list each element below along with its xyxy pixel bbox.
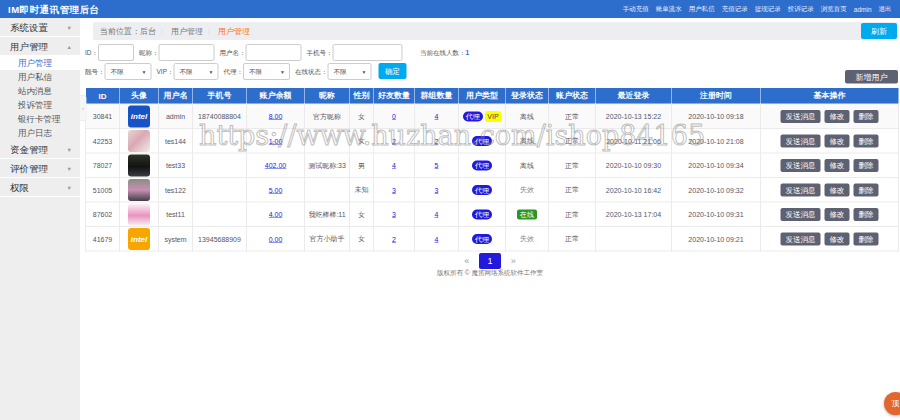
search-input-4[interactable] [333, 44, 403, 61]
cell-login-status: 在线 [506, 202, 549, 227]
cell-groups: 3 [415, 178, 459, 203]
filter-label-3: 代理： [223, 63, 243, 80]
top-nav-item-5[interactable]: 提现记录 [751, 5, 784, 14]
delete-button[interactable]: 删除 [854, 232, 879, 245]
edit-button[interactable]: 修改 [825, 232, 850, 245]
filter-select-1[interactable]: 不限▼ [105, 63, 152, 80]
page-prev-button[interactable]: « [460, 253, 474, 269]
cell-login-status: 离线 [506, 104, 549, 129]
groups-link[interactable]: 3 [435, 186, 439, 194]
balance-link[interactable]: 1.00 [269, 137, 283, 145]
cell-balance: 0.00 [247, 227, 305, 252]
edit-button[interactable]: 修改 [825, 208, 850, 221]
filter-select-value: 不限 [249, 68, 262, 76]
friends-link[interactable]: 2 [392, 137, 396, 145]
sidebar-item-2-1[interactable]: 用户管理 [0, 56, 80, 70]
edit-button[interactable]: 修改 [825, 110, 850, 123]
search-input-3[interactable] [246, 44, 302, 61]
balance-link[interactable]: 8.00 [269, 112, 283, 120]
sidebar-item-2-5[interactable]: 银行卡管理 [0, 112, 80, 126]
groups-link[interactable]: 4 [435, 235, 439, 243]
search-row-select: 靓号：不限▼VIP：不限▼代理：不限▼在线状态：不限▼确定 [85, 63, 895, 80]
sidebar-group-4[interactable]: 评价管理▼ [0, 159, 80, 178]
top-nav-item-3[interactable]: 用户私信 [685, 5, 718, 14]
top-nav-item-2[interactable]: 账单流水 [652, 5, 685, 14]
delete-button[interactable]: 删除 [854, 134, 879, 147]
friends-link[interactable]: 3 [392, 210, 396, 218]
confirm-button[interactable]: 确定 [378, 63, 406, 79]
login-status-text: 失效 [520, 234, 534, 242]
cell-register-time: 2020-10-10 09:18 [672, 104, 761, 129]
delete-button[interactable]: 删除 [854, 159, 879, 172]
sidebar-group-3[interactable]: 资金管理▼ [0, 140, 80, 159]
cell-user-type: 代理 [459, 227, 506, 252]
send-message-button[interactable]: 发送消息 [781, 134, 821, 147]
sidebar-item-2-4[interactable]: 投诉管理 [0, 98, 80, 112]
sidebar-collapse-handle[interactable]: ‹ [80, 95, 87, 121]
breadcrumb-item-2[interactable]: 用户管理 [171, 27, 203, 36]
filter-select-2[interactable]: 不限▼ [173, 63, 218, 80]
filter-select-value: 不限 [333, 68, 346, 76]
avatar [128, 179, 150, 201]
top-nav-item-6[interactable]: 投诉记录 [784, 5, 817, 14]
edit-button[interactable]: 修改 [825, 159, 850, 172]
breadcrumb-prefix: 当前位置： [100, 27, 140, 36]
groups-link[interactable]: 2 [435, 137, 439, 145]
sidebar-group-5[interactable]: 权限▼ [0, 178, 80, 197]
edit-button[interactable]: 修改 [825, 183, 850, 196]
search-input-1[interactable] [98, 44, 134, 61]
filter-select-3[interactable]: 不限▼ [243, 63, 290, 80]
balance-link[interactable]: 402.00 [265, 161, 286, 169]
breadcrumb-item-1[interactable]: 后台 [140, 27, 156, 36]
cell-account-status: 正常 [549, 129, 596, 154]
search-input-2[interactable] [159, 44, 215, 61]
avatar [128, 203, 150, 225]
send-message-button[interactable]: 发送消息 [781, 110, 821, 123]
friends-link[interactable]: 4 [392, 161, 396, 169]
groups-link[interactable]: 4 [435, 210, 439, 218]
send-message-button[interactable]: 发送消息 [781, 159, 821, 172]
cell-login-status: 离线 [506, 153, 549, 178]
friends-link[interactable]: 3 [392, 186, 396, 194]
send-message-button[interactable]: 发送消息 [781, 208, 821, 221]
back-to-top-fab[interactable]: 顶 [884, 392, 900, 415]
top-nav-item-7[interactable]: 浏览首页 [817, 5, 850, 14]
page-current[interactable]: 1 [479, 253, 501, 269]
col-header-3: 用户名 [159, 88, 193, 104]
top-nav-item-8[interactable]: admin [850, 5, 875, 13]
sidebar-group-2[interactable]: 用户管理▲ [0, 37, 80, 56]
balance-link[interactable]: 0.00 [269, 235, 283, 243]
groups-link[interactable]: 4 [435, 112, 439, 120]
add-user-button[interactable]: 新增用户 [845, 70, 898, 84]
send-message-button[interactable]: 发送消息 [781, 232, 821, 245]
refresh-button[interactable]: 刷新 [861, 23, 897, 39]
top-nav-item-4[interactable]: 充值记录 [718, 5, 751, 14]
page-next-button[interactable]: » [506, 253, 520, 269]
delete-button[interactable]: 删除 [854, 110, 879, 123]
cell-friends: 3 [374, 178, 415, 203]
filter-select-4[interactable]: 不限▼ [327, 63, 371, 80]
top-nav-item-1[interactable]: 手动充值 [619, 5, 652, 14]
cell-phone: 18740088804 [193, 104, 247, 129]
cell-user-type: 代理 [459, 129, 506, 154]
groups-link[interactable]: 5 [435, 161, 439, 169]
copyright-footer: 版权所有 © 魔笛网络系统软件工作室 [80, 268, 900, 277]
sidebar-item-2-3[interactable]: 站内消息 [0, 84, 80, 98]
friends-link[interactable]: 0 [392, 112, 396, 120]
delete-button[interactable]: 删除 [854, 208, 879, 221]
sidebar-item-2-6[interactable]: 用户日志 [0, 126, 80, 140]
cell-actions: 发送消息修改删除 [761, 129, 899, 154]
top-nav-item-9[interactable]: 退出 [875, 5, 895, 14]
sidebar-item-2-2[interactable]: 用户私信 [0, 70, 80, 84]
sidebar-group-1[interactable]: 系统设置▼ [0, 18, 80, 37]
filter-label-4: 在线状态： [295, 63, 328, 80]
edit-button[interactable]: 修改 [825, 134, 850, 147]
balance-link[interactable]: 5.00 [269, 186, 283, 194]
balance-link[interactable]: 4.00 [269, 210, 283, 218]
friends-link[interactable]: 2 [392, 235, 396, 243]
delete-button[interactable]: 删除 [854, 183, 879, 196]
cell-nickname [305, 178, 350, 203]
send-message-button[interactable]: 发送消息 [781, 183, 821, 196]
agent-badge: 代理 [472, 209, 492, 219]
search-label-3: 用户名： [220, 44, 246, 61]
